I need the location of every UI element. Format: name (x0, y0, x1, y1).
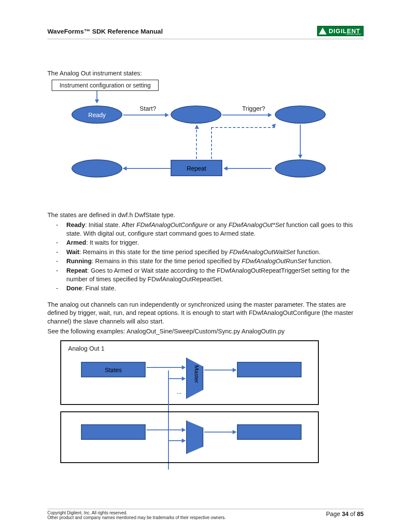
footer-left: Copyright Digilent, Inc. All rights rese… (47, 510, 226, 520)
footer-trademarks: Other product and company names mentione… (47, 515, 226, 520)
state-diagram: Instrument configuration or setting Read… (47, 80, 349, 187)
master-dots: ... (177, 388, 182, 396)
arrow-states-to-master-1 (146, 367, 185, 368)
label-trigger: Trigger? (242, 105, 265, 113)
bullet-armed: Armed: It waits for trigger. (56, 239, 364, 247)
bullet-done: Done: Final state. (56, 284, 364, 293)
page-footer: Copyright Digilent, Inc. All rights rese… (47, 509, 364, 520)
arrow-mid-to-right (222, 115, 271, 115)
header-title: WaveForms™ SDK Reference Manual (47, 28, 163, 35)
label-start: Start? (140, 105, 156, 113)
arrow-right2-to-repeat (224, 168, 271, 169)
master-label: Master (193, 365, 200, 383)
dashed-arrow-up (196, 125, 197, 159)
bullet-repeat: Repeat: Goes to Armed or Wait state acco… (56, 267, 364, 283)
arrow-master-to-out-1 (204, 370, 236, 370)
footer-copyright: Copyright Digilent, Inc. All rights rese… (47, 510, 226, 515)
digilent-logo: DIGILENT BEYOND THEORY (317, 26, 364, 36)
state-right2 (275, 159, 326, 177)
arrow-config-to-ready (97, 91, 97, 103)
analog-out-1-label: Analog Out 1 (68, 345, 105, 353)
out-block-2 (237, 424, 302, 440)
states-block: States (81, 362, 146, 377)
states-block-2 (81, 424, 146, 440)
arrow-states2-to-trap-1 (146, 429, 185, 430)
state-right1 (275, 106, 326, 124)
independent-channels-text: The analog out channels can run independ… (47, 301, 364, 326)
states-defined-text: The states are defined in dwf.h DwfState… (47, 211, 364, 220)
arrow-trap2-to-out-2 (204, 432, 236, 432)
state-mid1 (171, 106, 221, 124)
bullet-ready: Ready: Initial state. After FDwfAnalogOu… (56, 221, 364, 238)
bullet-wait: Wait: Remains in this state for the time… (56, 248, 364, 257)
state-ready: Ready (72, 106, 122, 124)
state-bullet-list: Ready: Initial state. After FDwfAnalogOu… (56, 221, 364, 293)
state-repeat: Repeat (171, 160, 222, 176)
dashed-diag-h (211, 127, 275, 128)
master-diagram: Analog Out 1 States Master ... (60, 340, 332, 482)
footer-page: Page 34 of 85 (326, 510, 364, 517)
arrow-states2-to-trap-2 (168, 440, 185, 441)
dashed-diag-v (211, 127, 212, 159)
arrow-right1-to-right2 (300, 124, 301, 158)
arrow-repeat-to-left (123, 168, 171, 169)
arrow-states-to-master-2 (168, 378, 185, 379)
intro-text: The Analog Out instrument states: (47, 69, 364, 78)
logo-subtext: BEYOND THEORY (346, 33, 361, 35)
config-box: Instrument configuration or setting (52, 80, 159, 91)
bullet-running: Running: Remains in this state for the t… (56, 257, 364, 266)
out-block-1 (237, 362, 302, 377)
examples-text: See the following examples: AnalogOut_Si… (47, 327, 364, 336)
page-header: WaveForms™ SDK Reference Manual DIGILENT… (47, 26, 364, 39)
arrow-ready-to-mid (123, 115, 168, 115)
state-left2 (72, 159, 122, 177)
page-content: The Analog Out instrument states: Instru… (47, 69, 364, 482)
